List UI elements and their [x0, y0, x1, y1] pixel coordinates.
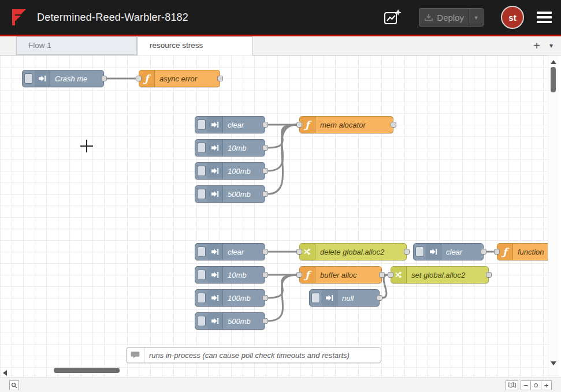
output-port[interactable]	[262, 122, 268, 128]
node-inject-10mb-1[interactable]: 10mb	[195, 139, 265, 156]
output-port[interactable]	[101, 76, 107, 81]
input-port[interactable]	[296, 272, 302, 278]
horizontal-scrollbar-thumb[interactable]	[54, 368, 120, 373]
node-label: delete global.alloc2	[320, 248, 384, 256]
inject-icon	[322, 290, 337, 306]
search-flows-button[interactable]	[9, 380, 19, 390]
node-inject-clear-2[interactable]: clear	[195, 243, 265, 260]
flow-overview-icon[interactable]	[384, 9, 402, 26]
node-function-async-error[interactable]: ƒasync error	[139, 70, 220, 87]
node-label: async error	[159, 74, 197, 83]
zoom-in-button[interactable]: +	[541, 380, 552, 390]
menu-bar-icon	[537, 16, 552, 18]
node-inject-10mb-2[interactable]: 10mb	[195, 266, 265, 283]
output-port[interactable]	[377, 295, 382, 301]
node-red-editor: Determined-Reed-Warbler-8182 Deploy ▾ st	[0, 0, 561, 392]
inject-icon	[426, 244, 441, 260]
deploy-icon	[419, 13, 437, 22]
node-label: 500mb	[228, 317, 251, 326]
output-port[interactable]	[486, 272, 492, 278]
node-label: mem alocator	[320, 121, 366, 129]
main-menu-button[interactable]	[537, 12, 552, 23]
output-port[interactable]	[262, 272, 268, 278]
input-port[interactable]	[136, 76, 142, 81]
node-inject-crash-me[interactable]: Crash me	[22, 70, 104, 87]
inject-trigger-button[interactable]	[415, 247, 424, 257]
scroll-up-arrow-icon[interactable]	[551, 60, 556, 64]
scroll-left-arrow-icon[interactable]	[3, 370, 7, 376]
inject-trigger-button[interactable]	[197, 189, 206, 199]
input-port[interactable]	[388, 272, 393, 278]
flow-canvas[interactable]: Crash meƒasync errorclear10mb100mb500mbƒ…	[0, 55, 548, 378]
node-function-function[interactable]: ƒfunction	[497, 243, 548, 260]
output-port[interactable]	[391, 122, 396, 128]
scroll-down-arrow-icon[interactable]	[551, 361, 556, 365]
input-port[interactable]	[296, 122, 302, 128]
tab-flow-1[interactable]: Flow 1	[16, 36, 137, 55]
output-port[interactable]	[262, 249, 268, 255]
comment-icon	[127, 348, 144, 363]
node-inject-500mb-1[interactable]: 500mb	[195, 185, 265, 203]
inject-trigger-button[interactable]	[197, 270, 206, 280]
inject-trigger-button[interactable]	[24, 73, 33, 84]
map-icon	[508, 382, 516, 388]
inject-trigger-button[interactable]	[197, 120, 206, 130]
deploy-button[interactable]: Deploy ▾	[419, 8, 484, 27]
output-port[interactable]	[262, 318, 268, 324]
user-avatar[interactable]: st	[501, 6, 524, 29]
zoom-out-button[interactable]: −	[521, 380, 531, 390]
output-port[interactable]	[379, 272, 385, 278]
input-port[interactable]	[296, 249, 302, 255]
output-port[interactable]	[481, 249, 486, 255]
flow-list-button[interactable]: ▾	[549, 42, 553, 50]
right-gutter	[558, 55, 561, 378]
tab-label: resource stress	[150, 41, 203, 50]
zoom-reset-button[interactable]	[531, 380, 541, 390]
node-inject-null[interactable]: null	[309, 289, 380, 307]
node-inject-100mb-1[interactable]: 100mb	[195, 162, 265, 180]
output-port[interactable]	[262, 145, 268, 151]
output-port[interactable]	[404, 249, 410, 255]
node-label: runs in-process (can cause poll check ti…	[149, 351, 350, 360]
inject-trigger-button[interactable]	[311, 293, 320, 303]
inject-trigger-button[interactable]	[197, 316, 206, 326]
inject-icon	[207, 313, 223, 329]
node-inject-500mb-2[interactable]: 500mb	[195, 312, 265, 330]
navigator-toggle-button[interactable]	[506, 380, 518, 390]
node-inject-clear-3[interactable]: clear	[413, 243, 484, 260]
inject-trigger-button[interactable]	[197, 166, 206, 176]
change-icon	[391, 267, 407, 283]
header-bar: Determined-Reed-Warbler-8182 Deploy ▾ st	[0, 0, 561, 35]
function-icon: ƒ	[300, 267, 315, 283]
caret-down-icon: ▾	[474, 14, 478, 21]
flowfuse-logo-icon[interactable]	[9, 8, 29, 27]
node-function-buffer-alloc[interactable]: ƒbuffer alloc	[299, 266, 382, 283]
app-title: Determined-Reed-Warbler-8182	[37, 12, 188, 24]
inject-trigger-button[interactable]	[197, 293, 206, 303]
output-port[interactable]	[217, 76, 223, 81]
node-change-delete-global-alloc2[interactable]: delete global.alloc2	[299, 243, 407, 260]
node-inject-100mb-2[interactable]: 100mb	[195, 289, 265, 307]
deploy-label: Deploy	[437, 13, 469, 23]
output-port[interactable]	[262, 191, 268, 197]
tab-label: Flow 1	[28, 41, 51, 50]
deploy-options-button[interactable]: ▾	[469, 9, 483, 26]
zoom-button-group: − +	[521, 380, 552, 390]
output-port[interactable]	[262, 295, 268, 301]
input-port[interactable]	[494, 249, 500, 255]
inject-icon	[35, 70, 50, 87]
inject-icon	[207, 163, 223, 179]
inject-trigger-button[interactable]	[197, 247, 206, 257]
add-flow-button[interactable]: +	[533, 40, 540, 51]
node-function-mem-alocator[interactable]: ƒmem alocator	[299, 116, 393, 133]
node-change-set-global-alloc2[interactable]: set global.alloc2	[391, 266, 489, 283]
vertical-scrollbar-thumb[interactable]	[551, 67, 556, 92]
inject-trigger-button[interactable]	[197, 143, 206, 153]
tab-resource-stress[interactable]: resource stress	[138, 36, 252, 55]
vertical-scrollbar[interactable]	[548, 55, 558, 378]
node-inject-clear-1[interactable]: clear	[195, 116, 265, 133]
node-comment-comment-1[interactable]: runs in-process (can cause poll check ti…	[126, 347, 381, 363]
function-icon: ƒ	[139, 70, 155, 87]
output-port[interactable]	[262, 168, 268, 174]
node-label: 100mb	[228, 167, 251, 176]
